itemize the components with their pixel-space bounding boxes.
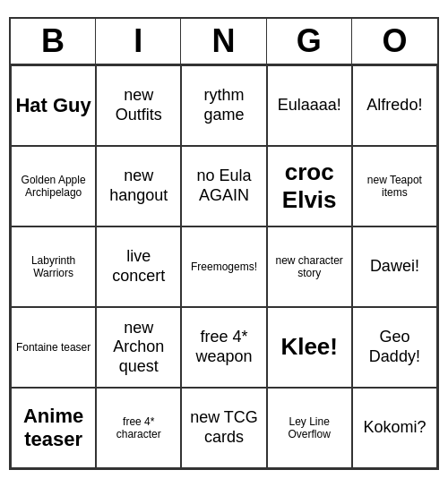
cell-text: new hangout xyxy=(100,167,177,205)
bingo-cell: Freemogems! xyxy=(181,226,266,307)
cell-text: Kokomi? xyxy=(363,418,426,438)
cell-text: live concert xyxy=(100,247,177,286)
bingo-cell: Dawei! xyxy=(352,226,437,307)
cell-text: Anime teaser xyxy=(15,405,91,452)
header-letter: O xyxy=(352,19,437,64)
header-letter: G xyxy=(267,19,352,64)
cell-text: Eulaaaa! xyxy=(278,96,341,115)
cell-text: croc Elvis xyxy=(271,158,348,214)
bingo-cell: new hangout xyxy=(96,146,181,226)
bingo-cell: Geo Daddy! xyxy=(352,307,437,388)
header-letter: B xyxy=(11,19,96,64)
bingo-cell: Klee! xyxy=(267,307,352,388)
bingo-cell: rythm game xyxy=(181,65,266,146)
bingo-cell: new Outfits xyxy=(96,65,181,146)
cell-text: Ley Line Overflow xyxy=(271,415,348,441)
cell-text: new Teapot items xyxy=(357,174,433,200)
bingo-cell: Fontaine teaser xyxy=(11,307,96,388)
cell-text: Klee! xyxy=(280,333,338,361)
cell-text: Fontaine teaser xyxy=(16,341,90,354)
cell-text: no Eula AGAIN xyxy=(185,167,262,205)
bingo-header: BINGO xyxy=(11,19,437,65)
bingo-cell: new Archon quest xyxy=(96,307,181,388)
cell-text: new Archon quest xyxy=(100,319,177,377)
cell-text: new Outfits xyxy=(100,86,177,124)
bingo-cell: new TCG cards xyxy=(181,388,266,468)
cell-text: Dawei! xyxy=(370,257,419,277)
bingo-cell: free 4* weapon xyxy=(181,307,266,388)
bingo-grid: Hat Guynew Outfitsrythm gameEulaaaa!Alfr… xyxy=(11,65,437,468)
bingo-cell: Anime teaser xyxy=(11,388,96,468)
cell-text: free 4* character xyxy=(100,415,177,441)
cell-text: free 4* weapon xyxy=(185,328,262,366)
cell-text: Hat Guy xyxy=(15,94,90,117)
bingo-cell: Eulaaaa! xyxy=(267,65,352,146)
header-letter: N xyxy=(181,19,266,64)
cell-text: new character story xyxy=(271,254,348,280)
bingo-cell: new Teapot items xyxy=(352,146,437,226)
cell-text: new TCG cards xyxy=(185,408,262,447)
cell-text: Freemogems! xyxy=(191,261,257,273)
bingo-cell: Hat Guy xyxy=(11,65,96,146)
cell-text: Geo Daddy! xyxy=(357,328,433,366)
bingo-cell: Labyrinth Warriors xyxy=(11,226,96,307)
bingo-cell: croc Elvis xyxy=(267,146,352,226)
bingo-card: BINGO Hat Guynew Outfitsrythm gameEulaaa… xyxy=(9,17,439,470)
cell-text: Labyrinth Warriors xyxy=(15,254,91,280)
bingo-cell: no Eula AGAIN xyxy=(181,146,266,226)
bingo-cell: live concert xyxy=(96,226,181,307)
cell-text: rythm game xyxy=(185,86,262,124)
cell-text: Alfredo! xyxy=(366,96,422,115)
cell-text: Golden Apple Archipelago xyxy=(15,174,91,200)
bingo-cell: Alfredo! xyxy=(352,65,437,146)
bingo-cell: free 4* character xyxy=(96,388,181,468)
bingo-cell: new character story xyxy=(267,226,352,307)
header-letter: I xyxy=(96,19,181,64)
bingo-cell: Golden Apple Archipelago xyxy=(11,146,96,226)
bingo-cell: Ley Line Overflow xyxy=(267,388,352,468)
bingo-cell: Kokomi? xyxy=(352,388,437,468)
